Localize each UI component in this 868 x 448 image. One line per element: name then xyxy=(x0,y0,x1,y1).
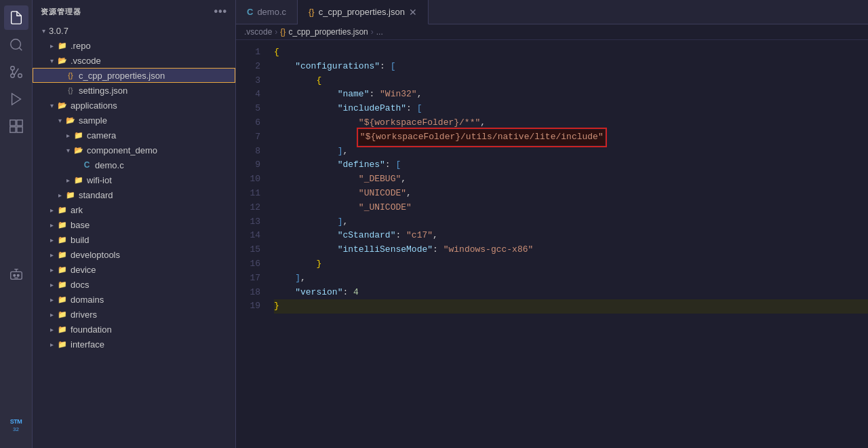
code-line-5: "includePath": [ xyxy=(274,102,868,116)
sidebar-item-wifi-iot[interactable]: 📁 wifi-iot xyxy=(33,172,235,187)
item-label: camera xyxy=(87,130,116,141)
tab-close-button[interactable]: ✕ xyxy=(409,7,417,17)
chevron-icon xyxy=(46,219,57,230)
sidebar-item-developtools[interactable]: 📁 developtools xyxy=(33,247,235,262)
folder-icon: 📁 xyxy=(73,130,84,141)
item-label: domains xyxy=(71,295,104,305)
item-label: standard xyxy=(79,190,113,200)
tab-c-cpp-properties[interactable]: {} c_cpp_properties.json ✕ xyxy=(298,0,429,24)
item-label: drivers xyxy=(71,310,97,320)
folder-icon: 📁 xyxy=(57,309,68,320)
sidebar-item-applications[interactable]: 📂 applications xyxy=(33,98,235,113)
svg-rect-8 xyxy=(9,127,15,132)
line-numbers: 1 2 3 4 5 6 7 8 9 10 11 12 13 14 15 16 1… xyxy=(236,40,269,448)
tree-root-version[interactable]: 3.0.7 xyxy=(33,23,235,38)
item-label: component_demo xyxy=(87,145,157,155)
folder-icon: 📁 xyxy=(57,219,68,230)
chevron-icon xyxy=(46,55,57,66)
code-line-3: { xyxy=(274,74,868,88)
run-debug-icon[interactable] xyxy=(4,87,28,111)
sidebar-item-settings-json[interactable]: {} settings.json xyxy=(33,83,235,98)
code-area: 1 2 3 4 5 6 7 8 9 10 11 12 13 14 15 16 1… xyxy=(236,40,868,448)
tab-label: c_cpp_properties.json xyxy=(319,7,405,17)
folder-open-icon: 📂 xyxy=(57,55,68,66)
chevron-icon xyxy=(46,234,57,245)
sidebar-item-c-cpp-properties[interactable]: {} c_cpp_properties.json xyxy=(33,68,235,83)
breadcrumb-sep-2: › xyxy=(371,27,374,37)
breadcrumb-sep-1: › xyxy=(275,27,277,37)
svg-point-2 xyxy=(18,74,22,78)
svg-line-1 xyxy=(19,48,22,50)
code-line-12: "_UNICODE" xyxy=(274,201,868,215)
item-label: developtools xyxy=(71,250,120,260)
code-line-7: "${workspaceFolder}/utils/native/lite/in… xyxy=(274,130,868,145)
sidebar-item-standard[interactable]: 📁 standard xyxy=(33,187,235,202)
code-line-11: "UNICODE", xyxy=(274,187,868,201)
item-label: interface xyxy=(71,339,104,350)
sidebar-item-repo[interactable]: 📁 .repo xyxy=(33,38,235,53)
sidebar-item-base[interactable]: 📁 base xyxy=(33,217,235,232)
code-line-1: { xyxy=(274,45,868,60)
item-label: demo.c xyxy=(95,160,124,170)
sidebar-item-vscode[interactable]: 📂 .vscode xyxy=(33,53,235,68)
sidebar-item-sample[interactable]: 📂 sample xyxy=(33,113,235,128)
robot-icon[interactable] xyxy=(4,262,28,286)
sidebar-item-camera[interactable]: 📁 camera xyxy=(33,128,235,143)
stm32-icon[interactable]: STM 32 xyxy=(4,413,28,437)
breadcrumb: .vscode › {} c_cpp_properties.json › ... xyxy=(236,24,868,40)
code-line-2: "configurations": [ xyxy=(274,60,868,74)
item-label: docs xyxy=(71,280,89,290)
sidebar-item-build[interactable]: 📁 build xyxy=(33,232,235,247)
files-icon[interactable] xyxy=(4,5,28,30)
main-area: C demo.c {} c_cpp_properties.json ✕ .vsc… xyxy=(236,0,868,448)
sidebar-item-foundation[interactable]: 📁 foundation xyxy=(33,322,235,337)
sidebar-item-demo-c[interactable]: C demo.c xyxy=(33,157,235,172)
json-icon: {} xyxy=(65,85,76,96)
chevron-icon xyxy=(62,174,73,185)
sidebar-item-docs[interactable]: 📁 docs xyxy=(33,277,235,292)
item-label: device xyxy=(71,265,96,275)
chevron-icon xyxy=(62,145,73,155)
svg-point-3 xyxy=(10,67,14,71)
breadcrumb-vscode-folder: .vscode xyxy=(244,27,272,37)
extensions-icon[interactable] xyxy=(4,114,28,138)
code-line-19: } xyxy=(274,299,868,314)
item-label: wifi-iot xyxy=(87,175,112,185)
chevron-icon xyxy=(54,115,65,126)
highlighted-path: "${workspaceFolder}/utils/native/lite/in… xyxy=(359,130,605,145)
source-control-icon[interactable] xyxy=(4,60,28,84)
svg-point-11 xyxy=(13,274,15,276)
folder-icon: 📁 xyxy=(57,204,68,215)
tab-bar: C demo.c {} c_cpp_properties.json ✕ xyxy=(236,0,868,24)
code-line-17: ], xyxy=(274,272,868,286)
chevron-icon xyxy=(54,189,65,200)
sidebar-item-drivers[interactable]: 📁 drivers xyxy=(33,307,235,322)
tab-demo-c[interactable]: C demo.c xyxy=(236,0,298,24)
svg-rect-6 xyxy=(9,120,15,126)
search-icon[interactable] xyxy=(4,33,28,57)
code-line-4: "name": "Win32", xyxy=(274,88,868,102)
sidebar-item-device[interactable]: 📁 device xyxy=(33,262,235,277)
svg-rect-9 xyxy=(16,127,22,132)
svg-point-0 xyxy=(10,39,20,50)
code-line-16: } xyxy=(274,257,868,272)
folder-icon: 📂 xyxy=(65,115,76,126)
chevron-icon xyxy=(46,294,57,305)
sidebar-item-component-demo[interactable]: 📂 component_demo xyxy=(33,143,235,157)
item-label: sample xyxy=(79,115,107,126)
svg-point-4 xyxy=(10,74,14,78)
item-label: base xyxy=(71,220,90,230)
sidebar-item-interface[interactable]: 📁 interface xyxy=(33,337,235,352)
code-line-6: "${workspaceFolder}/**", xyxy=(274,116,868,130)
code-line-9: "defines": [ xyxy=(274,158,868,172)
code-line-10: "_DEBUG", xyxy=(274,172,868,187)
chevron-icon xyxy=(46,309,57,320)
sidebar-item-ark[interactable]: 📁 ark xyxy=(33,202,235,217)
code-content[interactable]: { "configurations": [ { "name": "Win32",… xyxy=(269,40,868,448)
breadcrumb-filename: c_cpp_properties.json xyxy=(288,27,368,37)
folder-icon: 📁 xyxy=(57,264,68,275)
sidebar-item-domains[interactable]: 📁 domains xyxy=(33,292,235,307)
json-icon: {} xyxy=(65,70,76,81)
folder-icon: 📁 xyxy=(57,279,68,290)
sidebar-more-button[interactable]: ••• xyxy=(214,5,227,18)
